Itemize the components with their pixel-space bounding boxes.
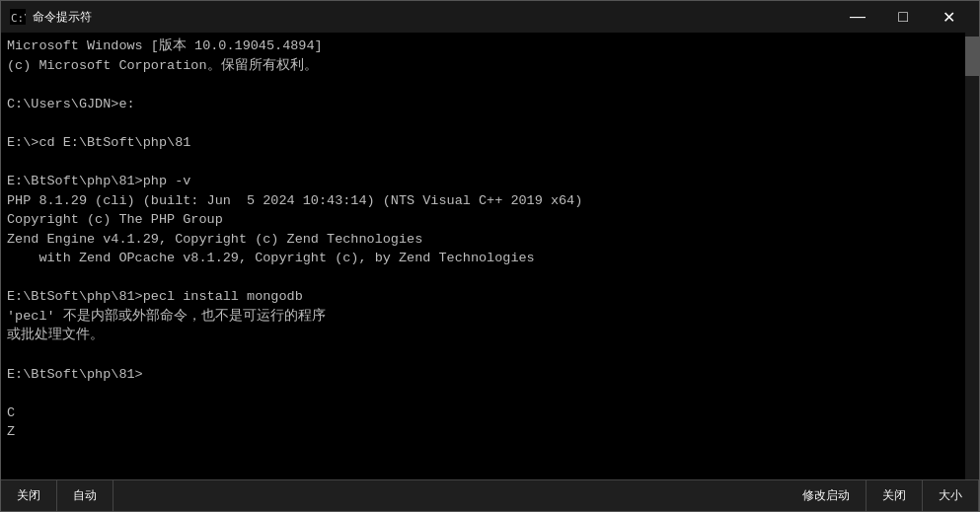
minimize-button[interactable]: —: [835, 1, 880, 33]
taskbar-item-close[interactable]: 关闭: [1, 480, 57, 511]
taskbar: 关闭 自动 修改启动 关闭 大小: [1, 479, 979, 511]
maximize-button[interactable]: □: [880, 1, 926, 33]
close-button[interactable]: ✕: [926, 1, 971, 33]
window-controls: — □ ✕: [835, 1, 971, 33]
taskbar-label-size: 大小: [939, 487, 962, 504]
console-wrapper: Microsoft Windows [版本 10.0.19045.4894] (…: [1, 33, 979, 479]
window-title: 命令提示符: [33, 9, 835, 26]
scrollbar[interactable]: [965, 33, 979, 479]
console-output[interactable]: Microsoft Windows [版本 10.0.19045.4894] (…: [1, 33, 965, 479]
taskbar-label-close2: 关闭: [882, 487, 906, 504]
taskbar-label-auto: 自动: [73, 487, 97, 504]
taskbar-item-modify[interactable]: 修改启动: [787, 480, 867, 511]
title-bar: C:\ 命令提示符 — □ ✕: [1, 1, 979, 33]
svg-text:C:\: C:\: [11, 12, 26, 25]
taskbar-item-auto[interactable]: 自动: [57, 480, 113, 511]
taskbar-label-close: 关闭: [17, 487, 40, 504]
taskbar-label-modify: 修改启动: [802, 487, 850, 504]
cmd-window: C:\ 命令提示符 — □ ✕ Microsoft Windows [版本 10…: [0, 0, 980, 512]
taskbar-item-size[interactable]: 大小: [923, 480, 979, 511]
taskbar-item-close2[interactable]: 关闭: [867, 480, 923, 511]
scrollbar-thumb[interactable]: [965, 37, 979, 76]
cmd-icon: C:\: [9, 8, 27, 26]
